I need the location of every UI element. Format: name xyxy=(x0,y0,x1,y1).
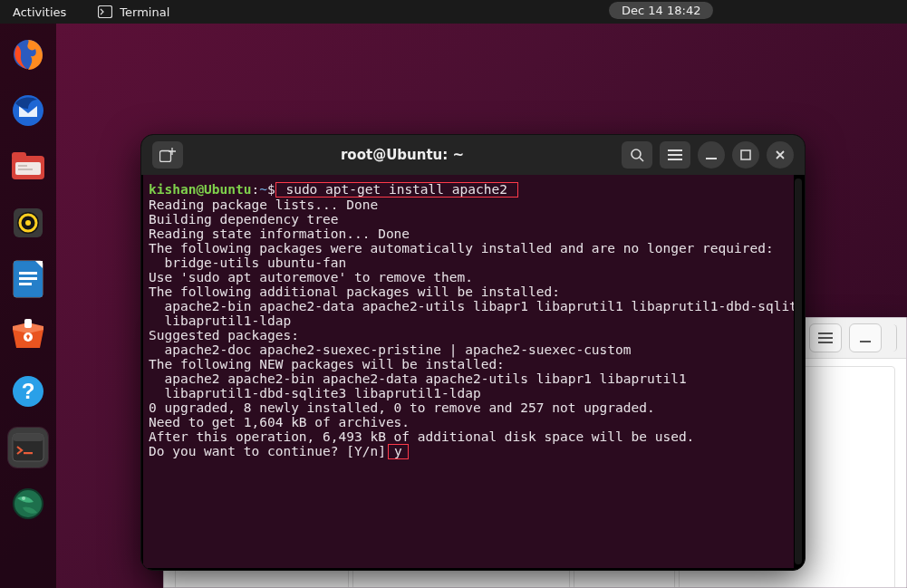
maximize-icon xyxy=(740,149,751,160)
minimize-icon xyxy=(706,149,717,160)
prompt-sigil: $ xyxy=(267,182,275,197)
terminal-icon xyxy=(98,5,112,18)
terminal-line: Reading package lists... Done xyxy=(149,198,378,212)
svg-rect-17 xyxy=(24,319,32,328)
svg-point-11 xyxy=(25,220,31,226)
terminal-line: apache2-doc apache2-suexec-pristine | ap… xyxy=(149,342,632,357)
pictures-folder-row[interactable]: Pictures xyxy=(176,581,348,588)
svg-rect-30 xyxy=(860,341,871,342)
prompt-sep: : xyxy=(252,182,260,197)
terminal-icon[interactable] xyxy=(8,428,48,468)
close-button[interactable] xyxy=(767,141,794,169)
svg-rect-28 xyxy=(818,337,833,339)
svg-rect-33 xyxy=(160,151,171,162)
bg-window-edge xyxy=(889,324,897,352)
dock: ? xyxy=(0,24,56,588)
highlighted-command: sudo apt-get install apache2 xyxy=(275,182,518,198)
rhythmbox-icon[interactable] xyxy=(8,203,48,243)
prompt-path: ~ xyxy=(259,182,267,197)
search-icon xyxy=(630,148,644,162)
hamburger-icon xyxy=(818,333,833,343)
svg-rect-37 xyxy=(668,159,682,160)
firefox-icon[interactable] xyxy=(8,34,48,74)
svg-point-34 xyxy=(632,149,641,159)
svg-text:?: ? xyxy=(22,379,35,403)
svg-rect-23 xyxy=(24,452,33,454)
browser-globe-icon[interactable] xyxy=(8,484,48,524)
svg-rect-29 xyxy=(818,342,833,343)
terminal-line: libaprutil1-dbd-sqlite3 libaprutil1-ldap xyxy=(149,386,481,400)
terminal-body[interactable]: kishan@Ubuntu:~$ sudo apt-get install ap… xyxy=(143,175,794,568)
files-icon[interactable] xyxy=(8,147,48,187)
search-button[interactable] xyxy=(622,141,652,169)
activities-button[interactable]: Activities xyxy=(13,5,66,19)
svg-rect-16 xyxy=(19,283,32,285)
thunderbird-icon[interactable] xyxy=(8,91,48,130)
svg-rect-38 xyxy=(706,158,717,159)
terminal-line: After this operation, 6,493 kB of additi… xyxy=(149,429,694,444)
terminal-line: 0 upgraded, 8 newly installed, 0 to remo… xyxy=(149,400,655,415)
terminal-line: Do you want to continue? [Y/n] xyxy=(149,444,386,458)
terminal-titlebar[interactable]: root@Ubuntu: ~ xyxy=(141,135,805,175)
terminal-line: apache2 apache2-bin apache2-data apache2… xyxy=(149,371,687,386)
terminal-line: Building dependency tree xyxy=(149,212,339,227)
terminal-line: bridge-utils ubuntu-fan xyxy=(149,255,346,270)
terminal-window: root@Ubuntu: ~ kishan@Ubuntu:~$ sudo apt… xyxy=(140,134,806,571)
minimize-button[interactable] xyxy=(698,141,725,169)
svg-point-25 xyxy=(14,490,42,517)
prompt-user: kishan@Ubuntu xyxy=(149,182,252,197)
hamburger-icon xyxy=(668,149,682,160)
maximize-button[interactable] xyxy=(732,141,759,169)
svg-rect-15 xyxy=(19,277,37,280)
svg-rect-4 xyxy=(12,152,26,159)
terminal-line: Suggested packages: xyxy=(149,328,299,342)
close-icon xyxy=(775,149,786,160)
menu-button[interactable] xyxy=(660,141,690,169)
svg-rect-35 xyxy=(668,149,682,151)
svg-point-26 xyxy=(22,496,25,500)
terminal-line: Reading state information... Done xyxy=(149,227,410,241)
highlighted-answer: y xyxy=(388,444,409,459)
new-tab-icon xyxy=(159,148,176,162)
minimize-icon xyxy=(860,333,871,343)
top-app-indicator[interactable]: Terminal xyxy=(98,5,169,19)
help-icon[interactable]: ? xyxy=(8,371,48,411)
terminal-line: Use 'sudo apt autoremove' to remove them… xyxy=(149,270,473,284)
svg-rect-22 xyxy=(13,434,43,441)
software-center-icon[interactable] xyxy=(8,315,48,355)
terminal-line: The following packages were automaticall… xyxy=(149,241,774,255)
terminal-line: libaprutil1-ldap xyxy=(149,313,291,328)
terminal-line: The following additional packages will b… xyxy=(149,284,560,299)
bg-minimize-button[interactable] xyxy=(849,323,882,352)
terminal-line: Need to get 1,604 kB of archives. xyxy=(149,415,410,429)
svg-rect-7 xyxy=(18,169,33,170)
svg-rect-39 xyxy=(741,150,750,159)
top-bar: Activities Terminal Dec 14 18:42 xyxy=(0,0,907,24)
libreoffice-writer-icon[interactable] xyxy=(8,259,48,299)
svg-rect-6 xyxy=(18,165,27,167)
clock[interactable]: Dec 14 18:42 xyxy=(609,2,713,19)
top-app-label: Terminal xyxy=(120,5,169,19)
terminal-line: The following NEW packages will be insta… xyxy=(149,357,505,371)
svg-rect-0 xyxy=(99,6,112,18)
terminal-scrollbar[interactable] xyxy=(795,178,802,564)
terminal-line: apache2-bin apache2-data apache2-utils l… xyxy=(149,299,794,313)
svg-rect-14 xyxy=(19,272,37,275)
hamburger-menu-button[interactable] xyxy=(809,323,842,352)
terminal-title: root@Ubuntu: ~ xyxy=(190,147,614,163)
new-tab-button[interactable] xyxy=(152,141,183,169)
svg-rect-27 xyxy=(818,333,833,334)
svg-rect-36 xyxy=(668,154,682,156)
